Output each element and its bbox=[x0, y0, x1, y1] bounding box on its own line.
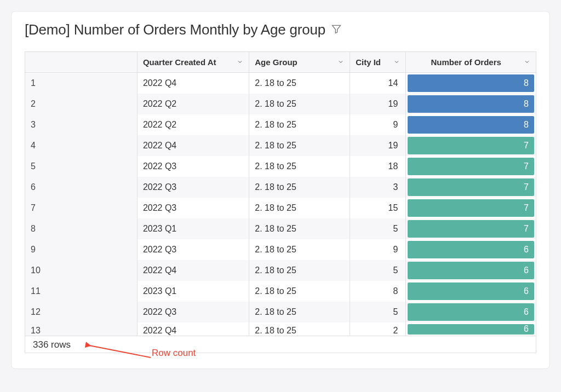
col-label-num-orders: Number of Orders bbox=[411, 57, 520, 67]
num-orders-cell: 6 bbox=[406, 281, 536, 302]
col-label-age-group: Age Group bbox=[255, 57, 297, 67]
row-index-cell: 6 bbox=[25, 177, 137, 198]
city-id-cell: 19 bbox=[350, 135, 406, 156]
arrow-icon bbox=[85, 341, 156, 363]
table-row[interactable]: 42022 Q42. 18 to 25197 bbox=[25, 135, 536, 156]
table-row[interactable]: 82023 Q12. 18 to 2557 bbox=[25, 218, 536, 239]
row-index-cell: 11 bbox=[25, 281, 137, 302]
quarter-cell: 2022 Q3 bbox=[137, 198, 249, 218]
age-group-cell: 2. 18 to 25 bbox=[249, 114, 350, 135]
table-row[interactable]: 122022 Q32. 18 to 2556 bbox=[25, 302, 536, 322]
value-bar: 8 bbox=[408, 74, 534, 92]
age-group-cell: 2. 18 to 25 bbox=[249, 198, 350, 218]
value-bar: 6 bbox=[408, 303, 534, 321]
quarter-cell: 2022 Q4 bbox=[137, 260, 249, 281]
row-count-label: 336 rows bbox=[33, 339, 71, 350]
row-index-cell: 13 bbox=[25, 322, 137, 336]
quarter-cell: 2022 Q3 bbox=[137, 302, 249, 322]
table-row[interactable]: 22022 Q22. 18 to 25198 bbox=[25, 94, 536, 114]
num-orders-cell: 8 bbox=[406, 73, 536, 94]
row-index-cell: 9 bbox=[25, 239, 137, 260]
quarter-cell: 2022 Q2 bbox=[137, 114, 249, 135]
num-orders-cell: 6 bbox=[406, 260, 536, 281]
value-bar: 6 bbox=[408, 262, 534, 279]
table-row[interactable]: 72022 Q32. 18 to 25157 bbox=[25, 198, 536, 218]
quarter-cell: 2022 Q4 bbox=[137, 135, 249, 156]
age-group-cell: 2. 18 to 25 bbox=[249, 322, 350, 336]
age-group-cell: 2. 18 to 25 bbox=[249, 177, 350, 198]
row-index-cell: 7 bbox=[25, 198, 137, 218]
quarter-cell: 2023 Q1 bbox=[137, 281, 249, 302]
value-bar: 8 bbox=[408, 116, 534, 134]
num-orders-cell: 6 bbox=[406, 322, 536, 336]
chevron-down-icon[interactable] bbox=[337, 57, 344, 67]
col-header-index bbox=[25, 52, 137, 73]
city-id-cell: 2 bbox=[350, 322, 406, 336]
svg-line-0 bbox=[89, 345, 151, 358]
annotation-label: Row count bbox=[152, 348, 196, 359]
num-orders-cell: 6 bbox=[406, 302, 536, 322]
age-group-cell: 2. 18 to 25 bbox=[249, 302, 350, 322]
city-id-cell: 5 bbox=[350, 260, 406, 281]
table-row[interactable]: 52022 Q32. 18 to 25187 bbox=[25, 156, 536, 177]
chevron-down-icon[interactable] bbox=[393, 57, 400, 67]
quarter-cell: 2022 Q4 bbox=[137, 322, 249, 336]
city-id-cell: 9 bbox=[350, 239, 406, 260]
table-body: 12022 Q42. 18 to 2514822022 Q22. 18 to 2… bbox=[25, 73, 536, 336]
chevron-down-icon[interactable] bbox=[237, 57, 243, 67]
col-label-quarter: Quarter Created At bbox=[143, 57, 216, 67]
chevron-down-icon[interactable] bbox=[524, 57, 530, 67]
num-orders-cell: 7 bbox=[406, 218, 536, 239]
row-index-cell: 10 bbox=[25, 260, 137, 281]
value-bar: 7 bbox=[408, 199, 534, 217]
city-id-cell: 19 bbox=[350, 94, 406, 114]
col-label-city-id: City Id bbox=[356, 57, 381, 67]
value-bar: 6 bbox=[408, 283, 534, 300]
num-orders-cell: 6 bbox=[406, 239, 536, 260]
city-id-cell: 14 bbox=[350, 73, 406, 94]
col-header-city-id[interactable]: City Id bbox=[350, 52, 406, 73]
value-bar: 6 bbox=[408, 324, 534, 335]
row-index-cell: 8 bbox=[25, 218, 137, 239]
num-orders-cell: 7 bbox=[406, 177, 536, 198]
num-orders-cell: 8 bbox=[406, 114, 536, 135]
quarter-cell: 2023 Q1 bbox=[137, 218, 249, 239]
city-id-cell: 5 bbox=[350, 302, 406, 322]
col-header-num-orders[interactable]: Number of Orders bbox=[406, 52, 536, 73]
value-bar: 6 bbox=[408, 241, 534, 258]
col-header-age-group[interactable]: Age Group bbox=[249, 52, 350, 73]
quarter-cell: 2022 Q3 bbox=[137, 177, 249, 198]
table-row[interactable]: 132022 Q42. 18 to 2526 bbox=[25, 322, 536, 336]
value-bar: 7 bbox=[408, 220, 534, 238]
report-title: [Demo] Number of Orders Monthly by Age g… bbox=[25, 21, 325, 38]
value-bar: 7 bbox=[408, 178, 534, 196]
num-orders-cell: 7 bbox=[406, 156, 536, 177]
age-group-cell: 2. 18 to 25 bbox=[249, 239, 350, 260]
value-bar: 8 bbox=[408, 95, 534, 113]
age-group-cell: 2. 18 to 25 bbox=[249, 156, 350, 177]
title-row: [Demo] Number of Orders Monthly by Age g… bbox=[25, 21, 536, 38]
value-bar: 7 bbox=[408, 158, 534, 175]
city-id-cell: 5 bbox=[350, 218, 406, 239]
row-index-cell: 5 bbox=[25, 156, 137, 177]
table-row[interactable]: 32022 Q22. 18 to 2598 bbox=[25, 114, 536, 135]
table-row[interactable]: 112023 Q12. 18 to 2586 bbox=[25, 281, 536, 302]
table-row[interactable]: 62022 Q32. 18 to 2537 bbox=[25, 177, 536, 198]
age-group-cell: 2. 18 to 25 bbox=[249, 73, 350, 94]
filter-icon[interactable] bbox=[331, 24, 342, 37]
row-index-cell: 1 bbox=[25, 73, 137, 94]
age-group-cell: 2. 18 to 25 bbox=[249, 218, 350, 239]
quarter-cell: 2022 Q4 bbox=[137, 73, 249, 94]
table-row[interactable]: 92022 Q32. 18 to 2596 bbox=[25, 239, 536, 260]
table-row[interactable]: 12022 Q42. 18 to 25148 bbox=[25, 73, 536, 94]
city-id-cell: 9 bbox=[350, 114, 406, 135]
row-index-cell: 4 bbox=[25, 135, 137, 156]
report-card: [Demo] Number of Orders Monthly by Age g… bbox=[11, 11, 550, 369]
table-row[interactable]: 102022 Q42. 18 to 2556 bbox=[25, 260, 536, 281]
num-orders-cell: 8 bbox=[406, 94, 536, 114]
col-header-quarter[interactable]: Quarter Created At bbox=[137, 52, 249, 73]
row-index-cell: 12 bbox=[25, 302, 137, 322]
city-id-cell: 8 bbox=[350, 281, 406, 302]
quarter-cell: 2022 Q3 bbox=[137, 239, 249, 260]
value-bar: 7 bbox=[408, 137, 534, 154]
